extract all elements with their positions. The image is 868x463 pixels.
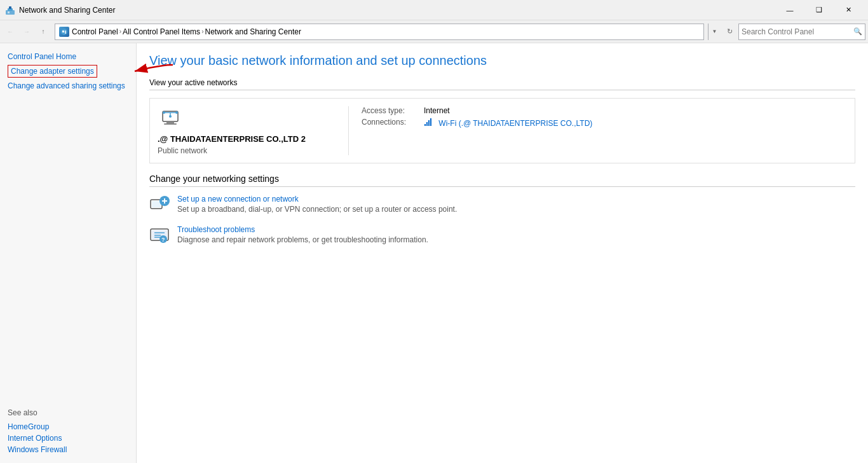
sidebar-link-adapter[interactable]: Change adapter settings [8,65,97,78]
titlebar: Network and Sharing Center — ❑ ✕ [0,0,868,20]
minimize-button[interactable]: — [775,0,804,20]
svg-rect-2 [9,6,11,9]
wifi-connection-link[interactable]: Wi-Fi (.@ THAIDATAENTERPRISE CO.,LTD) [438,119,592,128]
svg-point-15 [163,111,165,114]
app-icon [5,5,15,15]
sidebar-link-homegroup[interactable]: HomeGroup [8,421,128,432]
sidebar: Control Panel Home Change adapter settin… [0,43,137,463]
change-settings-header: Change your networking settings [149,174,855,187]
see-also-label: See also [8,408,128,417]
maximize-button[interactable]: ❑ [804,0,834,20]
troubleshoot-desc: Diagnose and repair network problems, or… [177,235,428,244]
sidebar-see-also: See also HomeGroup Internet Options Wind… [8,401,128,455]
search-input[interactable] [742,27,853,36]
network-left: .@ THAIDATAENTERPRISE CO.,LTD 2 Public n… [158,106,336,155]
new-connection-icon [149,195,170,215]
troubleshoot-link[interactable]: Troubleshoot problems [177,225,428,234]
troubleshoot-icon: ? [149,225,170,245]
refresh-button[interactable]: ↻ [722,24,737,40]
breadcrumb-controlpanel[interactable]: Control Panel [72,27,118,36]
svg-point-14 [169,115,172,118]
new-connection-link[interactable]: Set up a new connection or network [177,195,457,204]
action-new-connection: Set up a new connection or network Set u… [149,195,855,215]
breadcrumb-bar: Control Panel › All Control Panel Items … [55,24,704,40]
network-type: Public network [158,146,336,155]
search-icon: 🔍 [853,27,862,36]
sidebar-link-firewall[interactable]: Windows Firewall [8,444,128,455]
content-area: View your basic network information and … [137,43,868,463]
breadcrumb-dropdown[interactable]: ▼ [708,24,721,40]
svg-text:?: ? [161,237,165,243]
svg-rect-10 [164,123,177,125]
active-networks-header: View your active networks [149,78,855,90]
network-name: .@ THAIDATAENTERPRISE CO.,LTD 2 [158,134,336,144]
breadcrumb-current[interactable]: Network and Sharing Center [205,27,301,36]
connections-label: Connections: [362,118,419,127]
new-connection-desc: Set up a broadband, dial-up, or VPN conn… [177,205,457,214]
controlpanel-icon [59,27,69,37]
breadcrumb-allitems[interactable]: All Control Panel Items [123,27,200,36]
svg-rect-0 [6,10,15,15]
sidebar-link-sharing[interactable]: Change advanced sharing settings [8,80,128,92]
sidebar-link-internet-options[interactable]: Internet Options [8,432,128,444]
network-right: Access type: Internet Connections: [362,106,592,128]
forward-button[interactable]: → [19,24,34,39]
action-new-connection-text: Set up a new connection or network Set u… [177,195,457,214]
access-type-row: Access type: Internet [362,106,592,115]
sidebar-link-home[interactable]: Control Panel Home [8,51,128,62]
access-type-value: Internet [424,106,450,115]
svg-rect-20 [430,118,431,126]
svg-rect-5 [62,31,64,32]
svg-rect-18 [426,122,428,126]
svg-rect-17 [424,124,426,126]
svg-rect-22 [152,201,161,207]
window-controls: — ❑ ✕ [775,0,863,20]
addressbar: ← → ↑ Control Panel › All Control Panel … [0,20,868,43]
network-icon [158,106,183,132]
action-troubleshoot: ? Troubleshoot problems Diagnose and rep… [149,225,855,245]
access-type-label: Access type: [362,106,419,115]
page-title: View your basic network information and … [149,53,855,68]
svg-rect-9 [166,121,174,123]
close-button[interactable]: ✕ [834,0,863,20]
back-button[interactable]: ← [3,24,18,39]
svg-rect-6 [65,31,66,34]
wifi-signal-icon [424,118,435,126]
svg-rect-19 [428,120,430,126]
connections-value: Wi-Fi (.@ THAIDATAENTERPRISE CO.,LTD) [424,118,592,128]
action-troubleshoot-text: Troubleshoot problems Diagnose and repai… [177,225,428,244]
network-box: .@ THAIDATAENTERPRISE CO.,LTD 2 Public n… [149,98,855,163]
connections-row: Connections: Wi-Fi (.@ THAIDATAENTERPR [362,118,592,128]
svg-rect-3 [8,11,10,13]
search-bar: 🔍 [738,24,865,40]
up-button[interactable]: ↑ [36,24,51,39]
window-title: Network and Sharing Center [19,6,775,15]
main-layout: Control Panel Home Change adapter settin… [0,43,868,463]
svg-point-16 [175,111,178,114]
divider [348,106,349,155]
